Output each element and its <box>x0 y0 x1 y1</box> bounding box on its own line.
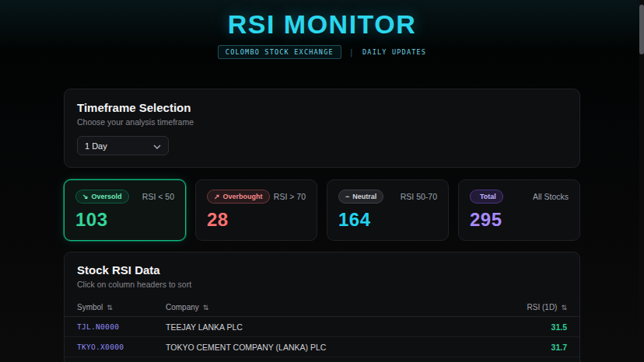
row-symbol: TKYO.X0000 <box>77 343 166 351</box>
stat-card[interactable]: − Neutral RSI 50-70 164 <box>327 179 449 241</box>
stat-badge: ↗ Overbought <box>207 190 270 204</box>
page-header: RSI MONITOR COLOMBO STOCK EXCHANGE | DAI… <box>0 0 644 59</box>
stat-range: RSI > 70 <box>274 192 306 201</box>
row-symbol: TJL.N0000 <box>77 322 166 331</box>
stats-row: ↘ Oversold RSI < 50 103 ↗ Overbought RSI… <box>64 179 580 241</box>
stat-badge: ↘ Oversold <box>75 190 129 204</box>
stat-card[interactable]: ↘ Oversold RSI < 50 103 <box>64 179 186 241</box>
page-title: RSI MONITOR <box>0 9 644 40</box>
row-company: TOKYO CEMENT COMPANY (LANKA) PLC <box>166 343 481 352</box>
table-row[interactable]: TKYO.X0000 TOKYO CEMENT COMPANY (LANKA) … <box>65 337 579 357</box>
stat-range: RSI < 50 <box>142 192 174 201</box>
table-header-row: Symbol ⇅ Company ⇅ RSI (1D) ⇅ <box>65 298 579 317</box>
column-label: Symbol <box>77 303 103 312</box>
exchange-badge: COLOMBO STOCK EXCHANGE <box>218 45 341 59</box>
scrollbar-thumb[interactable] <box>639 5 644 54</box>
stat-card[interactable]: Total All Stocks 295 <box>458 179 580 241</box>
stat-badge: − Neutral <box>338 190 383 204</box>
trend-down-icon: ↘ <box>82 193 89 200</box>
page-scrollbar[interactable] <box>639 0 644 362</box>
row-rsi: 31.7 <box>481 343 567 352</box>
chevron-down-icon <box>153 141 161 151</box>
timeframe-title: Timeframe Selection <box>77 101 567 114</box>
stat-badge: Total <box>470 190 503 204</box>
rsi-table-card: Stock RSI Data Click on column headers t… <box>64 252 580 362</box>
column-header-symbol[interactable]: Symbol ⇅ <box>77 303 166 312</box>
stat-range: All Stocks <box>533 192 569 201</box>
row-company: TEEJAY LANKA PLC <box>166 322 481 332</box>
stat-card[interactable]: ↗ Overbought RSI > 70 28 <box>195 179 317 241</box>
stat-value: 103 <box>75 209 174 231</box>
stat-value: 28 <box>207 209 306 231</box>
row-rsi: 31.5 <box>481 322 567 332</box>
timeframe-card: Timeframe Selection Choose your analysis… <box>64 89 580 168</box>
table-row[interactable]: TJL.N0000 TEEJAY LANKA PLC 31.5 <box>65 317 579 337</box>
timeframe-subtitle: Choose your analysis timeframe <box>77 117 567 127</box>
sort-icon: ⇅ <box>203 304 209 312</box>
column-label: Company <box>166 303 199 312</box>
stat-value: 295 <box>470 209 569 231</box>
table-title: Stock RSI Data <box>77 263 567 277</box>
sort-icon: ⇅ <box>107 304 113 312</box>
daily-updates-label: DAILY UPDATES <box>362 48 426 56</box>
column-label: RSI (1D) <box>527 303 558 312</box>
timeframe-selected-value: 1 Day <box>85 141 107 151</box>
trend-up-icon: ↗ <box>214 193 220 200</box>
separator: | <box>349 48 355 57</box>
stat-value: 164 <box>338 209 437 231</box>
column-header-company[interactable]: Company ⇅ <box>166 303 481 312</box>
stat-range: RSI 50-70 <box>401 192 437 201</box>
table-row[interactable]: CHOU.N0000 CITY HOUSING & REAL ESTATE CO… <box>65 357 579 362</box>
table-body: TJL.N0000 TEEJAY LANKA PLC 31.5 TKYO.X00… <box>65 317 579 362</box>
subtitle-row: COLOMBO STOCK EXCHANGE | DAILY UPDATES <box>0 45 644 59</box>
sort-icon: ⇅ <box>561 304 567 312</box>
column-header-rsi[interactable]: RSI (1D) ⇅ <box>481 303 567 312</box>
table-subtitle: Click on column headers to sort <box>77 280 567 289</box>
minus-icon: − <box>345 193 349 200</box>
timeframe-select[interactable]: 1 Day <box>77 136 169 155</box>
